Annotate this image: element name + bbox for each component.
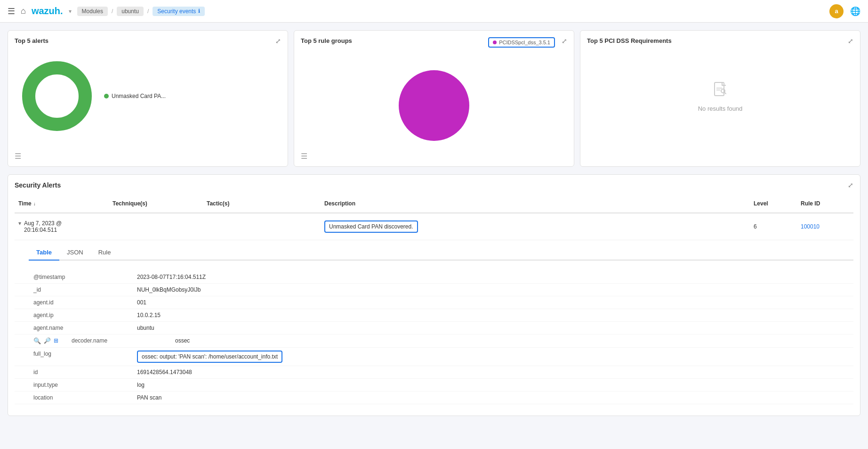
top5-rule-groups-expand-icon[interactable]: ⤢: [562, 37, 567, 45]
field-value-timestamp: 2023-08-07T17:16:04.511Z: [137, 274, 835, 280]
field-value-decoder-name: ossec: [175, 337, 835, 344]
no-results-area: No results found: [587, 49, 853, 143]
no-results-text: No results found: [698, 105, 743, 112]
col-technique: Technique(s): [109, 198, 203, 209]
row-expand-toggle[interactable]: ▾: [18, 220, 21, 227]
detail-tabs: Table JSON Rule: [29, 245, 853, 261]
header: ☰ ⌂ wazuh. ▾ Modules / ubuntu / Security…: [0, 0, 868, 23]
top5-pci-dss-expand-icon[interactable]: ⤢: [848, 37, 853, 45]
cell-description: Unmasked Card PAN discovered.: [321, 219, 750, 235]
alerts-header: Security Alerts ⤢: [15, 181, 853, 189]
svg-point-1: [40, 79, 74, 113]
tab-rule[interactable]: Rule: [91, 245, 119, 261]
pie-legend-label: PCIDSSpcl_dss_3.5.1: [499, 40, 550, 45]
field-name-id: _id: [33, 286, 128, 293]
menu-icon[interactable]: ☰: [8, 6, 15, 16]
field-value-agent-name: ubuntu: [137, 325, 835, 331]
field-value-id2: 1691428564.1473048: [137, 369, 835, 376]
field-row-timestamp: @timestamp 2023-08-07T17:16:04.511Z: [15, 271, 853, 284]
logo: wazuh.: [32, 6, 63, 16]
top5-alerts-card: Top 5 alerts ⤢ Unmasked Card PA... ☰: [8, 30, 288, 167]
pie-chart: [392, 63, 476, 148]
cell-time: ▾ Aug 7, 2023 @ 20:16:04.511: [15, 218, 109, 235]
col-time: Time ↓: [15, 198, 109, 209]
svg-point-2: [399, 70, 469, 141]
avatar[interactable]: a: [829, 4, 844, 18]
table-row: ▾ Aug 7, 2023 @ 20:16:04.511 Unmasked Ca…: [15, 213, 853, 240]
field-value-id: NUH_0lkBqMGobsyJ0lJb: [137, 286, 835, 293]
rule-id-link[interactable]: 100010: [801, 223, 820, 230]
legend-dot-1: [104, 94, 109, 98]
field-value-agent-id: 001: [137, 299, 835, 306]
field-name-agent-ip: agent.ip: [33, 312, 128, 318]
donut-legend: Unmasked Card PA...: [104, 93, 166, 99]
alerts-section: Security Alerts ⤢ Time ↓ Technique(s) Ta…: [8, 174, 860, 416]
col-tactic: Tactic(s): [203, 198, 321, 209]
legend-label-1: Unmasked Card PA...: [112, 93, 166, 99]
info-icon: ℹ: [198, 8, 200, 14]
field-actions-decoder: 🔍 🔎 ⊞: [33, 337, 58, 344]
breadcrumb-security-events[interactable]: Security events ℹ: [153, 7, 205, 16]
field-row-location: location PAN scan: [15, 392, 853, 404]
field-name-decoder-name: decoder.name: [72, 337, 166, 344]
tab-table[interactable]: Table: [29, 245, 59, 261]
top5-pci-dss-card: Top 5 PCI DSS Requirements ⤢ No results …: [580, 30, 860, 167]
top5-rule-groups-card: Top 5 rule groups ⤢ PCIDSSpcl_dss_3.5.1 …: [294, 30, 574, 167]
columns-icon[interactable]: ⊞: [54, 337, 58, 344]
main-content: Top 5 alerts ⤢ Unmasked Card PA... ☰ Top…: [0, 23, 868, 424]
field-row-agent-id: agent.id 001: [15, 296, 853, 309]
donut-area: Unmasked Card PA...: [15, 49, 281, 143]
full-log-highlight: ossec: output: 'PAN scan': /home/user/ac…: [137, 351, 282, 363]
field-row-decoder-name: 🔍 🔎 ⊞ decoder.name ossec: [15, 335, 853, 348]
cell-tactic: [203, 225, 321, 229]
field-value-agent-ip: 10.0.2.15: [137, 312, 835, 318]
alerts-expand-icon[interactable]: ⤢: [848, 181, 853, 189]
field-name-full-log: full_log: [33, 351, 128, 357]
pie-legend-dot: [493, 41, 497, 44]
cell-time-value: Aug 7, 2023 @ 20:16:04.511: [24, 220, 62, 233]
header-right: a 🌐: [829, 4, 860, 18]
bell-icon[interactable]: 🌐: [850, 6, 860, 16]
field-row-input-type: input.type log: [15, 379, 853, 392]
logo-text: wazuh.: [32, 6, 63, 16]
chevron-icon[interactable]: ▾: [69, 8, 72, 15]
donut-chart: [19, 58, 95, 134]
breadcrumb-modules[interactable]: Modules: [77, 7, 108, 16]
field-row-id: _id NUH_0lkBqMGobsyJ0lJb: [15, 284, 853, 296]
tab-json[interactable]: JSON: [59, 245, 91, 261]
field-row-agent-ip: agent.ip 10.0.2.15: [15, 309, 853, 322]
breadcrumb-sep-2: /: [147, 8, 149, 15]
field-value-location: PAN scan: [137, 394, 835, 401]
charts-row: Top 5 alerts ⤢ Unmasked Card PA... ☰ Top…: [8, 30, 860, 167]
field-value-full-log: ossec: output: 'PAN scan': /home/user/ac…: [137, 351, 835, 363]
field-row-agent-name: agent.name ubuntu: [15, 322, 853, 335]
table-header-row: Time ↓ Technique(s) Tactic(s) Descriptio…: [15, 195, 853, 213]
pie-legend: PCIDSSpcl_dss_3.5.1: [488, 37, 555, 48]
cell-level: 6: [750, 221, 797, 232]
top5-alerts-expand-icon[interactable]: ⤢: [275, 37, 281, 45]
home-icon[interactable]: ⌂: [21, 6, 26, 16]
col-description: Description: [321, 198, 750, 209]
detail-fields: @timestamp 2023-08-07T17:16:04.511Z _id …: [15, 266, 853, 409]
col-rule-id: Rule ID: [797, 198, 853, 209]
breadcrumb-sep-1: /: [112, 8, 113, 15]
sort-icon[interactable]: ↓: [33, 201, 36, 206]
top5-pci-dss-title: Top 5 PCI DSS Requirements: [587, 37, 853, 44]
breadcrumb: Modules / ubuntu / Security events ℹ: [77, 7, 205, 16]
filter-in-icon[interactable]: 🔍: [33, 337, 41, 344]
top5-alerts-title: Top 5 alerts: [15, 37, 281, 44]
alerts-title: Security Alerts: [15, 181, 61, 189]
no-results-icon: [712, 81, 729, 101]
field-name-agent-id: agent.id: [33, 299, 128, 306]
col-level: Level: [750, 198, 797, 209]
cell-rule-id: 100010: [797, 221, 853, 232]
filter-out-icon[interactable]: 🔎: [44, 337, 51, 344]
cell-technique: [109, 225, 203, 229]
field-name-id2: id: [33, 369, 128, 376]
legend-item-1: Unmasked Card PA...: [104, 93, 166, 99]
chart-list-icon-1: ☰: [15, 152, 21, 161]
field-name-timestamp: @timestamp: [33, 274, 128, 280]
field-row-full-log: full_log ossec: output: 'PAN scan': /hom…: [15, 348, 853, 366]
chart-list-icon-2: ☰: [301, 152, 307, 161]
breadcrumb-ubuntu[interactable]: ubuntu: [117, 7, 144, 16]
